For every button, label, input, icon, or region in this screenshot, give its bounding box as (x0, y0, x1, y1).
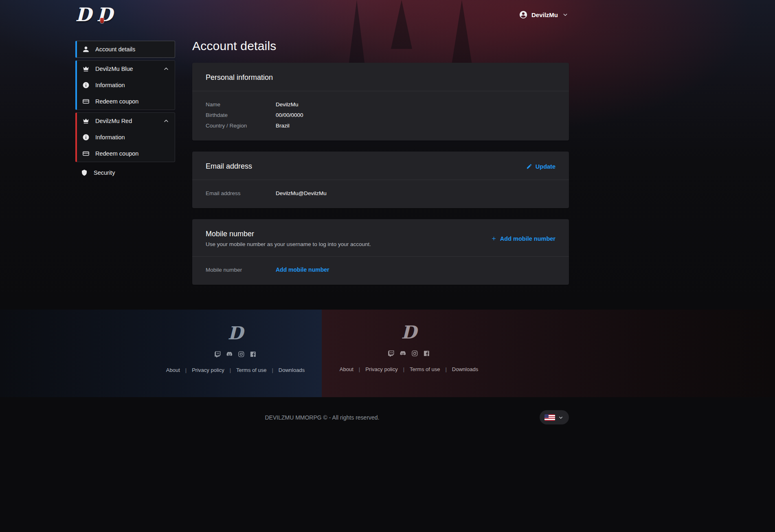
shield-icon (81, 169, 88, 176)
footer-logo-blue: D (228, 324, 243, 342)
language-selector[interactable] (540, 410, 569, 424)
sidebar-item-label: Security (94, 169, 170, 176)
field-row-name: Name DevilzMu (206, 101, 555, 108)
footer-logo-red: D (401, 323, 417, 341)
sidebar-group-label: DevilzMu Red (95, 118, 157, 124)
mobile-number-card: Mobile number Use your mobile number as … (192, 219, 569, 285)
sidebar-item-security[interactable]: Security (75, 165, 175, 181)
update-email-label: Update (536, 163, 555, 170)
copyright-text: DEVILZMU MMORPG © - All rights reserved. (265, 414, 379, 421)
sidebar-item-label: Redeem coupon (95, 150, 169, 157)
sidebar-item-label: Account details (95, 46, 169, 53)
sidebar-item-information-red[interactable]: Information (77, 129, 175, 145)
twitch-icon[interactable] (214, 351, 221, 358)
facebook-icon[interactable] (423, 350, 430, 357)
user-name: DevilzMu (531, 11, 558, 18)
footer-column-blue: D About | Privacy policy | (161, 324, 310, 373)
chevron-up-icon (163, 66, 169, 72)
plus-icon (491, 235, 497, 242)
card-header-text: Mobile number Use your mobile number as … (206, 230, 371, 247)
field-value: DevilzMu (276, 101, 299, 108)
sidebar-item-label: Information (95, 134, 169, 141)
devilzmu-red-logo[interactable]: D (97, 5, 113, 24)
sidebar-group-header-devilzmu-red[interactable]: DevilzMu Red (77, 113, 175, 129)
footer-link-about[interactable]: About (334, 366, 359, 372)
footer: D About | Privacy policy | (0, 310, 775, 397)
facebook-icon[interactable] (250, 351, 257, 358)
twitch-icon[interactable] (388, 350, 395, 357)
field-row-birthdate: Birthdate 00/00/0000 (206, 111, 555, 119)
email-address-card: Email address Update Email address Devil… (192, 152, 569, 208)
instagram-icon[interactable] (238, 351, 245, 358)
personal-information-card: Personal information Name DevilzMu Birth… (192, 63, 569, 141)
card-header: Email address Update (192, 152, 569, 180)
footer-links: About | Privacy policy | Terms of use | … (161, 367, 310, 373)
footer-link-downloads[interactable]: Downloads (273, 367, 310, 373)
person-icon (82, 46, 90, 53)
footer-link-about[interactable]: About (161, 367, 185, 373)
coupon-icon (82, 150, 90, 157)
field-label: Birthdate (206, 111, 276, 119)
discord-icon[interactable] (400, 350, 406, 357)
crown-icon (82, 117, 90, 125)
crown-icon (82, 65, 90, 73)
card-body: Mobile number Add mobile number (192, 257, 569, 285)
sidebar: Account details DevilzMu Blue Inf (75, 41, 175, 181)
field-value: 00/00/0000 (276, 111, 303, 119)
footer-link-terms-of-use[interactable]: Terms of use (404, 366, 445, 372)
field-value: Brazil (276, 122, 290, 130)
add-mobile-number-button[interactable]: Add mobile number (491, 235, 555, 242)
card-header: Personal information (192, 63, 569, 91)
sidebar-item-redeem-coupon-blue[interactable]: Redeem coupon (77, 93, 175, 110)
user-menu[interactable]: DevilzMu (519, 10, 569, 19)
social-links (388, 350, 430, 357)
sidebar-item-account-details[interactable]: Account details (75, 41, 175, 58)
sidebar-group-header-devilzmu-blue[interactable]: DevilzMu Blue (77, 61, 175, 77)
sidebar-item-redeem-coupon-red[interactable]: Redeem coupon (77, 145, 175, 162)
info-icon (82, 81, 90, 89)
footer-link-privacy-policy[interactable]: Privacy policy (187, 367, 229, 373)
card-body: Email address DevilzMu@DevilzMu (192, 180, 569, 208)
sidebar-group-devilzmu-red: DevilzMu Red Information Redeem coupon (75, 112, 175, 162)
sidebar-group-label: DevilzMu Blue (95, 66, 157, 72)
card-body: Name DevilzMu Birthdate 00/00/0000 Count… (192, 91, 569, 141)
instagram-icon[interactable] (411, 350, 418, 357)
main-content: Account details Personal information Nam… (192, 39, 569, 296)
add-mobile-number-link[interactable]: Add mobile number (276, 266, 329, 274)
discord-icon[interactable] (226, 351, 233, 358)
chevron-up-icon (163, 118, 169, 124)
footer-column-red: D About | Privacy policy | (334, 323, 483, 372)
brand-logos[interactable]: D D (75, 5, 113, 24)
field-label: Mobile number (206, 266, 276, 274)
card-title: Personal information (206, 73, 273, 82)
footer-link-privacy-policy[interactable]: Privacy policy (360, 366, 403, 372)
field-label: Name (206, 101, 276, 108)
chevron-down-icon (562, 11, 569, 18)
top-bar: D D DevilzMu (75, 0, 569, 29)
devilzmu-white-logo[interactable]: D (75, 5, 92, 24)
content-area: Account details DevilzMu Blue Inf (75, 39, 569, 296)
field-row-email: Email address DevilzMu@DevilzMu (206, 189, 555, 197)
card-subtitle: Use your mobile number as your username … (206, 241, 371, 247)
footer-link-downloads[interactable]: Downloads (447, 366, 483, 372)
field-row-mobile: Mobile number Add mobile number (206, 266, 555, 274)
sidebar-item-information-blue[interactable]: Information (77, 77, 175, 93)
sidebar-group-devilzmu-blue: DevilzMu Blue Information Redeem coupon (75, 60, 175, 110)
field-value: DevilzMu@DevilzMu (276, 189, 327, 197)
add-mobile-number-label: Add mobile number (500, 235, 555, 242)
sidebar-item-label: Redeem coupon (95, 98, 169, 105)
card-title: Email address (206, 162, 252, 171)
card-header: Mobile number Use your mobile number as … (192, 219, 569, 257)
bottom-bar: DEVILZMU MMORPG © - All rights reserved. (0, 397, 775, 532)
info-icon (82, 134, 90, 141)
social-links (214, 351, 257, 358)
sidebar-item-label: Information (95, 82, 169, 88)
update-email-button[interactable]: Update (526, 163, 555, 170)
footer-links: About | Privacy policy | Terms of use | … (334, 366, 483, 372)
us-flag-icon (544, 414, 555, 421)
page-title: Account details (192, 39, 569, 53)
field-label: Country / Region (206, 122, 276, 130)
bottom-bar-inner: DEVILZMU MMORPG © - All rights reserved. (75, 397, 569, 438)
footer-link-terms-of-use[interactable]: Terms of use (231, 367, 272, 373)
chevron-down-icon (558, 414, 564, 421)
